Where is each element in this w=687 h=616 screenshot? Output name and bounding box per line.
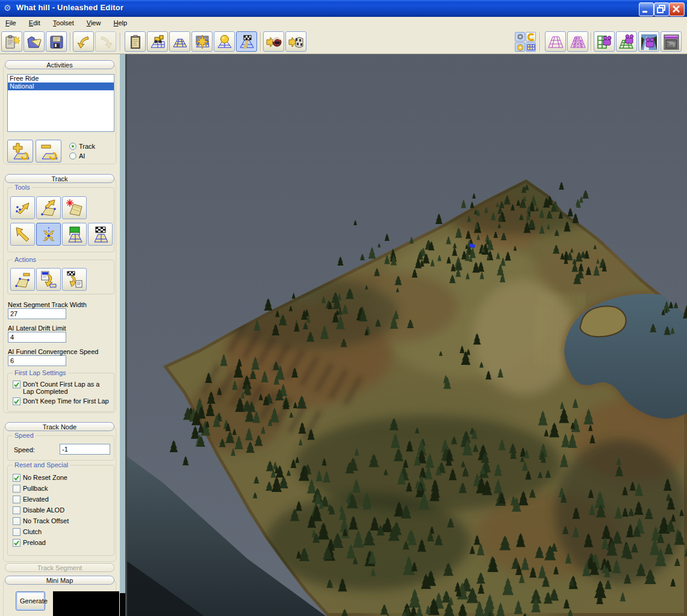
add-activity-icon	[11, 143, 30, 160]
preload-checkbox[interactable]: Preload	[13, 539, 46, 547]
loader-tool-button[interactable]	[147, 31, 168, 52]
speed-input[interactable]	[60, 444, 110, 455]
texture-window-button[interactable]	[661, 31, 682, 52]
clutch-checkbox[interactable]: Clutch	[13, 528, 42, 536]
goto-rider-button[interactable]	[263, 31, 284, 52]
list-item[interactable]: Free Ride	[8, 75, 114, 82]
pullback-checkbox[interactable]: Pullback	[13, 485, 48, 493]
new-file-button[interactable]	[1, 31, 22, 52]
menu-toolset[interactable]: Toolset	[48, 17, 79, 28]
field-label: Next Segment Track Width	[8, 301, 87, 308]
new-document-icon	[4, 34, 20, 50]
redo-button[interactable]	[95, 31, 116, 52]
start-gate-tool-button[interactable]	[62, 223, 87, 246]
ai-lateral-drift-limit-input[interactable]	[8, 332, 66, 343]
track-header[interactable]: Track	[5, 174, 114, 183]
generate-minimap-button[interactable]: Generate	[16, 591, 45, 611]
dont-count-first-lap-checkbox[interactable]: Don't Count First Lap as a Lap Completed	[13, 381, 111, 395]
lighting-tool-button[interactable]	[191, 31, 213, 52]
activities-header[interactable]: Activities	[5, 60, 114, 69]
save-file-button[interactable]	[46, 31, 67, 52]
radio-track-dot	[69, 143, 76, 150]
remove-activity-icon	[40, 143, 58, 160]
ai-funnel-convergence-speed-input[interactable]	[8, 355, 66, 366]
elevated-checkbox[interactable]: Elevated	[13, 496, 49, 503]
wireframe-view-button[interactable]	[545, 31, 566, 52]
no-track-offset-checkbox[interactable]: No Track Offset	[13, 517, 69, 525]
no-reset-zone-checkbox[interactable]: No Reset Zone	[13, 474, 67, 482]
application-window: ⚙ What hill - Unleashed Editor File Edit…	[0, 0, 687, 616]
start-flag-icon	[66, 226, 83, 243]
minimize-button[interactable]	[639, 2, 654, 16]
menu-bar: File Edit Toolset View Help	[0, 17, 687, 30]
checkbox-box	[13, 485, 20, 493]
next-segment-track-width-input[interactable]	[8, 308, 66, 319]
render-settings-toggle[interactable]	[515, 32, 525, 42]
edit-segment-action-button[interactable]	[10, 268, 35, 291]
engine-settings-toggle[interactable]	[515, 42, 525, 52]
viewport-3d[interactable]	[127, 54, 687, 616]
move-tool-button[interactable]	[36, 223, 61, 246]
main-toolbar	[0, 30, 687, 54]
minimize-icon	[642, 5, 650, 13]
camera-scene-view-button[interactable]	[638, 31, 659, 52]
add-segment-arrow-icon	[40, 199, 57, 216]
export-track-action-button[interactable]	[62, 268, 87, 291]
activities-list[interactable]: Free Ride National	[7, 74, 114, 132]
disable-alod-checkbox[interactable]: Disable ALOD	[13, 506, 64, 514]
checkbox-box	[13, 496, 20, 503]
track-tool-button[interactable]	[236, 31, 257, 52]
radio-track[interactable]: Track	[69, 143, 95, 150]
sidebar-splitter[interactable]	[120, 54, 127, 616]
clipboard-button[interactable]	[125, 31, 146, 52]
camera-perspective-grid-icon	[619, 34, 635, 50]
actions-group: Actions	[7, 260, 114, 294]
wireframe-grid-icon	[548, 34, 564, 50]
add-activity-button[interactable]	[7, 140, 33, 163]
save-file-icon	[49, 34, 64, 50]
track-node-header[interactable]: Track Node	[5, 422, 114, 431]
application-gear-icon: ⚙	[4, 3, 13, 13]
menu-help[interactable]: Help	[108, 17, 132, 28]
toolbar-separator	[260, 33, 261, 51]
goto-track-button[interactable]	[285, 31, 306, 52]
import-track-action-button[interactable]	[36, 268, 61, 291]
open-file-button[interactable]	[23, 31, 45, 52]
undo-button[interactable]	[73, 31, 94, 52]
menu-file[interactable]: File	[0, 17, 22, 28]
list-item[interactable]: National	[8, 82, 114, 90]
restore-icon	[657, 5, 666, 13]
terrain-grid-icon	[172, 34, 188, 50]
camera-top-view-button[interactable]	[594, 31, 615, 52]
delete-segment-tool-button[interactable]	[62, 196, 87, 219]
redo-icon	[98, 34, 114, 50]
tools-group: Tools	[7, 187, 114, 252]
grid-window-toggle[interactable]	[526, 42, 536, 52]
checkbox-box	[13, 539, 20, 547]
camera-perspective-button[interactable]	[616, 31, 637, 52]
radio-ai[interactable]: AI	[69, 152, 85, 160]
restore-button[interactable]	[654, 2, 670, 16]
terrain-tool-button[interactable]	[169, 31, 190, 52]
loader-vehicle-icon	[150, 34, 166, 50]
menu-view[interactable]: View	[81, 17, 107, 28]
close-button[interactable]	[669, 2, 685, 16]
checkbox-box	[13, 517, 20, 525]
sky-sphere-icon	[217, 34, 232, 50]
dont-keep-time-checkbox[interactable]: Don't Keep Time for First Lap	[13, 397, 111, 405]
mini-map-header[interactable]: Mini Map	[5, 576, 114, 585]
window-title: What hill - Unleashed Editor	[16, 3, 123, 12]
add-segment-tool-button[interactable]	[36, 196, 61, 219]
menu-edit[interactable]: Edit	[23, 17, 46, 28]
camera-scene-icon	[641, 34, 657, 50]
grid-window-icon	[527, 43, 535, 51]
textured-wireframe-button[interactable]	[567, 31, 588, 52]
finish-line-tool-button[interactable]	[88, 223, 113, 246]
sky-tool-button[interactable]	[214, 31, 235, 52]
add-node-tool-button[interactable]	[10, 196, 35, 219]
remove-activity-button[interactable]	[36, 140, 61, 163]
field-label: AI Funnel Convergence Speed	[8, 348, 98, 355]
splitter-shadow	[120, 593, 125, 616]
select-tool-button[interactable]	[10, 223, 35, 246]
magnet-snap-toggle[interactable]	[526, 32, 536, 42]
